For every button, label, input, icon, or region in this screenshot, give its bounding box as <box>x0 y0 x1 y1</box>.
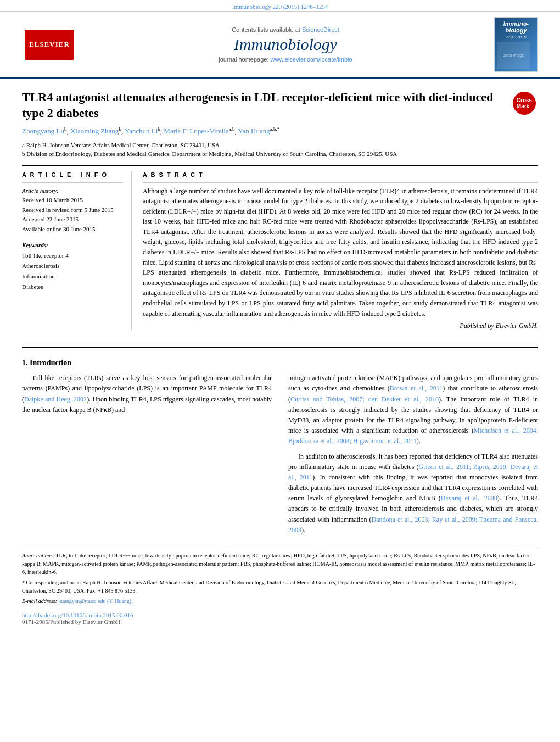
crossmark-area[interactable]: CrossMark <box>511 90 538 117</box>
article-history: Article history: Received 10 March 2015 … <box>22 186 123 235</box>
body-left-col: Toll-like receptors (TLRs) serve as key … <box>22 373 272 540</box>
abstract-heading: A B S T R A C T <box>143 171 538 178</box>
intro-right-p1: mitogen-activated protein kinase (MAPK) … <box>288 373 538 447</box>
doi-link[interactable]: http://dx.doi.org/10.1016/j.imbio.2015.0… <box>22 612 538 618</box>
homepage-line: journal homepage: www.elsevier.com/locat… <box>82 56 489 63</box>
corresponding-star: * Corresponding author at: <box>22 579 82 585</box>
divider-top <box>22 165 538 166</box>
corresponding-text: Ralph H. Johnson Veterans Affairs Medica… <box>22 579 516 594</box>
body-right-col: mitogen-activated protein kinase (MAPK) … <box>288 373 538 540</box>
author-zhongyang: Zhongyang Lu <box>22 127 64 136</box>
author-affiliations: a Ralph H. Johnson Veterans Affairs Medi… <box>22 141 538 159</box>
keyword-2: Atherosclerosis <box>22 261 123 271</box>
author-maria: Maria F. Lopes-Virella <box>164 127 228 136</box>
abstract-text: Although a large number of studies have … <box>143 186 538 319</box>
journal-title: Immunobiology <box>82 35 489 54</box>
ref-dandona[interactable]: Dandona et al., 2003; Ray et al., 2009; … <box>288 516 538 534</box>
issn-text: 0171-2985/Published by Elsevier GmbH. <box>22 618 538 625</box>
journal-ref-text: Immunobiology 220 (2015) 1246–1254 <box>232 3 328 10</box>
abbrev-label: Abbreviations: <box>22 553 54 559</box>
keyword-4: Diabetes <box>22 282 123 292</box>
accepted-date: Accepted 22 June 2015 <box>22 215 123 225</box>
abstract-column: A B S T R A C T Although a large number … <box>143 171 538 331</box>
intro-right-p2: In addition to atherosclerosis, it has b… <box>288 451 538 536</box>
homepage-url[interactable]: www.elsevier.com/locate/imbio <box>271 56 352 63</box>
contents-label: Contents lists available at <box>232 26 300 33</box>
keywords-section: Keywords: Toll-like receptor 4 Atheroscl… <box>22 242 123 292</box>
ref-michelsen[interactable]: Michelsen et al., 2004; Bjorkbacka et al… <box>288 427 538 445</box>
published-by: Published by Elsevier GmbH. <box>143 322 538 330</box>
homepage-label: journal homepage: <box>219 56 268 63</box>
ref-brown[interactable]: Brown et al., 2011 <box>390 384 443 392</box>
footnotes-area: Abbreviations: TLR, toll-like receptor; … <box>22 548 538 605</box>
author-yan: Yan Huang <box>238 127 270 136</box>
contents-available-line: Contents lists available at ScienceDirec… <box>82 26 489 33</box>
keywords-label: Keywords: <box>22 242 123 248</box>
received-date: Received 10 March 2015 <box>22 196 123 205</box>
journal-header: ELSEVIER Contents lists available at Sci… <box>0 12 560 79</box>
and-text: and <box>115 406 125 414</box>
email-footnote: E-mail address: huangyan@musc.edu (Y. Hu… <box>22 597 538 605</box>
journal-cover-image: Immuno-biology 220 · 2015 cover image <box>494 17 538 72</box>
ref-dalpke[interactable]: Dalpke and Heeg, 2002 <box>24 395 87 403</box>
affiliation-b: b Division of Endocrinology, Diabetes an… <box>22 149 538 159</box>
ref-devaraj[interactable]: Devaraj et al., 2008 <box>441 494 497 502</box>
available-date: Available online 30 June 2015 <box>22 225 123 235</box>
article-title-section: TLR4 antagonist attenuates atherogenesis… <box>22 90 538 121</box>
article-info-column: A R T I C L E I N F O Article history: R… <box>22 171 132 331</box>
email-label: E-mail address: <box>22 598 57 604</box>
author-yanchun: Yanchun Li <box>125 127 158 136</box>
ref-curtiss[interactable]: Curtiss and Tobias, 2007; den Dekker et … <box>290 395 439 403</box>
corresponding-footnote: * Corresponding author at: Ralph H. John… <box>22 578 538 595</box>
journal-reference: Immunobiology 220 (2015) 1246–1254 <box>0 0 560 12</box>
journal-cover-area: Immuno-biology 220 · 2015 cover image <box>489 17 544 72</box>
divider-abstract <box>143 182 538 183</box>
received-revised-date: Received in revised form 5 June 2015 <box>22 205 123 215</box>
paper-content: TLR4 antagonist attenuates atherogenesis… <box>0 79 560 341</box>
section1-title: 1. Introduction <box>22 359 538 367</box>
ref-grieco[interactable]: Grieco et al., 2011; Zipris, 2010; Devar… <box>288 463 538 481</box>
elsevier-logo-image: ELSEVIER <box>25 30 74 60</box>
doi-issn-area: http://dx.doi.org/10.1016/j.imbio.2015.0… <box>0 607 560 631</box>
article-info-heading: A R T I C L E I N F O <box>22 171 123 178</box>
body-section: 1. Introduction Toll-like receptors (TLR… <box>0 348 560 540</box>
elsevier-logo: ELSEVIER <box>16 30 82 60</box>
abbrev-text: TLR, toll-like receptor; LDLR−/− mice, l… <box>22 553 535 575</box>
abbreviations-footnote: Abbreviations: TLR, toll-like receptor; … <box>22 551 538 576</box>
keyword-1: Toll-like receptor 4 <box>22 250 123 261</box>
intro-left-p1: Toll-like receptors (TLRs) serve as key … <box>22 373 272 415</box>
divider-info <box>22 182 123 183</box>
sciencedirect-link[interactable]: ScienceDirect <box>302 26 339 33</box>
authors-line: Zhongyang Lub, Xiaoming Zhangb, Yanchun … <box>22 126 538 136</box>
author-xiaoming: Xiaoming Zhang <box>70 127 119 136</box>
crossmark-icon[interactable]: CrossMark <box>513 92 536 115</box>
keywords-list: Toll-like receptor 4 Atherosclerosis Inf… <box>22 250 123 292</box>
affiliation-a: a Ralph H. Johnson Veterans Affairs Medi… <box>22 141 538 150</box>
history-label: Article history: <box>22 186 123 196</box>
article-info-abstract: A R T I C L E I N F O Article history: R… <box>22 171 538 331</box>
body-two-col: Toll-like receptors (TLRs) serve as key … <box>22 373 538 540</box>
article-title: TLR4 antagonist attenuates atherogenesis… <box>22 90 500 121</box>
keyword-3: Inflammation <box>22 271 123 282</box>
email-value: huangyan@musc.edu (Y. Huang). <box>58 598 132 604</box>
journal-center-info: Contents lists available at ScienceDirec… <box>82 26 489 63</box>
